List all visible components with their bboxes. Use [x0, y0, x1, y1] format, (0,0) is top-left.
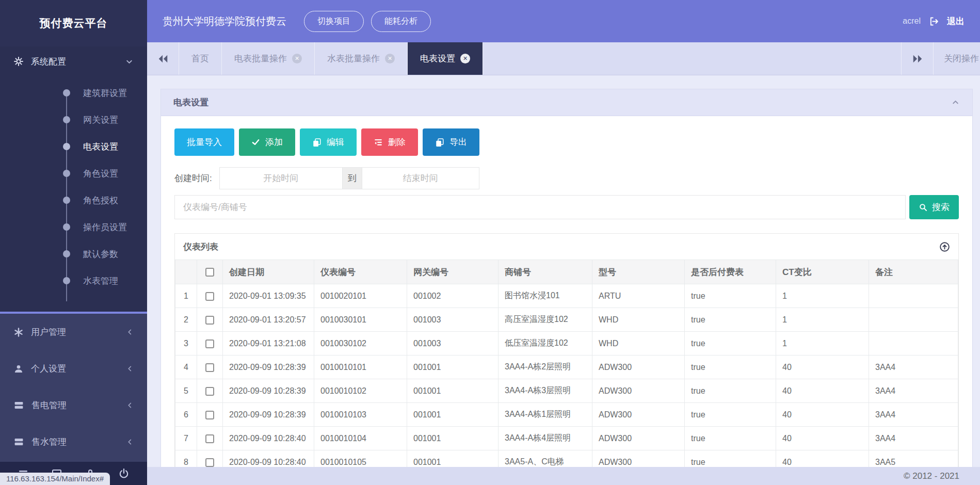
column-header: 仪表编号	[314, 260, 407, 284]
table-row[interactable]: 6 2020-09-09 10:28:39 0010010103 001001 …	[175, 403, 958, 427]
table-row[interactable]: 3 2020-09-01 13:21:08 0010030102 001003 …	[175, 332, 958, 355]
sidebar-item-system-config[interactable]: 系统配置	[0, 46, 147, 76]
logout-icon[interactable]	[928, 16, 939, 27]
cell-gateway-number: 001001	[407, 450, 499, 467]
cell-row-index: 6	[175, 403, 197, 427]
cell-ct-ratio: 1	[776, 284, 869, 308]
topbar-right: acrel 退出	[903, 15, 965, 27]
sidebar-subitem[interactable]: 操作员设置	[0, 214, 147, 240]
end-time-input[interactable]	[362, 167, 479, 189]
cell-created-date: 2020-09-09 10:28:39	[223, 379, 314, 403]
table-body: 1 2020-09-01 13:09:35 0010020101 001002 …	[175, 284, 958, 467]
delete-button[interactable]: 删除	[361, 128, 418, 156]
row-checkbox[interactable]	[205, 458, 214, 467]
search-input[interactable]	[174, 195, 906, 219]
sidebar-subitem[interactable]: 建筑群设置	[0, 79, 147, 106]
edit-button[interactable]: 编辑	[300, 128, 357, 156]
chevron-left-icon	[126, 401, 134, 409]
sidebar-subitem[interactable]: 电表设置	[0, 133, 147, 160]
chevron-down-icon	[125, 57, 134, 66]
cell-row-index: 2	[175, 308, 197, 332]
tab-meter-settings[interactable]: 电表设置 ×	[408, 42, 483, 75]
check-icon	[251, 138, 260, 147]
table-row[interactable]: 4 2020-09-09 10:28:39 0010010101 001001 …	[175, 355, 958, 379]
sidebar-subitem-label: 电表设置	[83, 141, 118, 153]
topbar: 贵州大学明德学院预付费云 切换项目 能耗分析 acrel 退出	[147, 0, 980, 42]
cell-row-index: 5	[175, 379, 197, 403]
close-operations-menu[interactable]: 关闭操作	[933, 42, 980, 75]
cell-shop-number: 低压室温湿度102	[499, 332, 592, 355]
sidebar-item-user-management[interactable]: 用户管理	[0, 314, 147, 350]
cell-note: 3AA4	[869, 403, 958, 427]
table-row[interactable]: 5 2020-09-09 10:28:39 0010010102 001001 …	[175, 379, 958, 403]
close-icon[interactable]: ×	[292, 54, 302, 63]
sidebar-item-personal-settings[interactable]: 个人设置	[0, 350, 147, 387]
tab-water-batch-ops[interactable]: 水表批量操作 ×	[315, 42, 408, 75]
table-row[interactable]: 2 2020-09-01 13:20:57 0010030101 001003 …	[175, 308, 958, 332]
sidebar-item-water-sales[interactable]: 售水管理	[0, 424, 147, 460]
row-checkbox[interactable]	[205, 292, 214, 301]
server-icon	[13, 400, 24, 411]
cell-postpaid: true	[685, 355, 776, 379]
table-row[interactable]: 7 2020-09-09 10:28:40 0010010104 001001 …	[175, 427, 958, 450]
sidebar-submenu: 建筑群设置 网关设置 电表设置 角色设置 角色授权 操作员设置 默认参数 水表管…	[0, 76, 147, 294]
power-icon[interactable]	[118, 467, 130, 480]
select-all-checkbox[interactable]	[205, 268, 214, 277]
table-row[interactable]: 1 2020-09-01 13:09:35 0010020101 001002 …	[175, 284, 958, 308]
cell-postpaid: true	[685, 450, 776, 467]
cell-gateway-number: 001003	[407, 332, 499, 355]
row-checkbox[interactable]	[205, 411, 214, 419]
tab-meter-batch-ops[interactable]: 电表批量操作 ×	[222, 42, 315, 75]
cell-shop-number: 3AA5-A、C电梯	[499, 450, 592, 467]
meter-list-box: 仪表列表 创建日期仪表编号网关编号商铺号	[174, 233, 959, 467]
row-checkbox[interactable]	[205, 387, 214, 396]
sidebar-subitem-label: 操作员设置	[83, 221, 127, 233]
cell-created-date: 2020-09-09 10:28:40	[223, 427, 314, 450]
row-checkbox[interactable]	[205, 434, 214, 443]
close-icon[interactable]: ×	[385, 54, 395, 63]
cell-note: 3AA4	[869, 355, 958, 379]
close-icon[interactable]: ×	[460, 54, 470, 63]
search-button[interactable]: 搜索	[909, 195, 959, 219]
cell-model: ADW300	[592, 355, 685, 379]
logout-button[interactable]: 退出	[947, 15, 965, 27]
project-title: 贵州大学明德学院预付费云	[163, 14, 286, 28]
cell-model: WHD	[592, 332, 685, 355]
add-button[interactable]: 添加	[239, 128, 295, 156]
paste-icon	[435, 138, 444, 147]
cell-checkbox	[197, 355, 223, 379]
collapse-chevron-up-icon[interactable]	[951, 98, 960, 107]
sidebar-subitem[interactable]: 网关设置	[0, 106, 147, 133]
cell-note: 3AA4	[869, 427, 958, 450]
tabs-scroll-left-button[interactable]	[147, 42, 179, 75]
sidebar-subitem[interactable]: 角色设置	[0, 160, 147, 187]
sidebar-item-electricity-sales[interactable]: 售电管理	[0, 387, 147, 424]
row-checkbox[interactable]	[205, 316, 214, 325]
sidebar-subitem-label: 角色设置	[83, 168, 118, 180]
sidebar-subitem[interactable]: 水表管理	[0, 267, 147, 294]
start-time-input[interactable]	[219, 167, 343, 189]
tab-home[interactable]: 首页	[179, 42, 222, 75]
cell-created-date: 2020-09-01 13:21:08	[223, 332, 314, 355]
collapse-up-circle-icon[interactable]	[939, 241, 950, 252]
switch-project-button[interactable]: 切换项目	[304, 11, 364, 32]
energy-analysis-button[interactable]: 能耗分析	[371, 11, 431, 32]
cell-created-date: 2020-09-09 10:28:39	[223, 403, 314, 427]
cell-checkbox	[197, 450, 223, 467]
panel-body: 批量导入 添加 编辑	[161, 116, 972, 467]
row-checkbox[interactable]	[205, 363, 214, 372]
batch-import-button[interactable]: 批量导入	[174, 128, 234, 156]
sidebar-item-label: 个人设置	[31, 363, 66, 375]
sidebar-subitem[interactable]: 角色授权	[0, 187, 147, 214]
cell-shop-number: 图书馆水浸101	[499, 284, 592, 308]
tabs-scroll-right-button[interactable]	[901, 42, 933, 75]
sidebar-item-label: 用户管理	[31, 326, 66, 338]
table-row[interactable]: 8 2020-09-09 10:28:40 0010010105 001001 …	[175, 450, 958, 467]
export-button[interactable]: 导出	[423, 128, 479, 156]
cell-ct-ratio: 40	[776, 427, 869, 450]
sidebar-subitem[interactable]: 默认参数	[0, 240, 147, 267]
row-checkbox[interactable]	[205, 340, 214, 348]
table-header-row: 创建日期仪表编号网关编号商铺号型号是否后付费表CT变比备注	[175, 260, 958, 284]
cell-model: WHD	[592, 308, 685, 332]
chevron-left-icon	[126, 365, 134, 373]
